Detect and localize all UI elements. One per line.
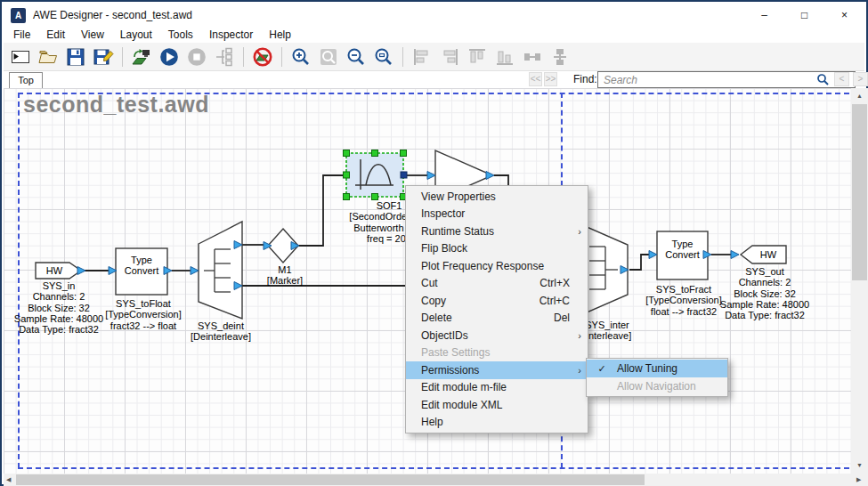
connect-vertical-icon[interactable] bbox=[549, 46, 571, 68]
vertical-scrollbar[interactable]: ▲ ▼ bbox=[851, 88, 868, 474]
connect-horizontal-icon[interactable] bbox=[522, 46, 543, 68]
menu-item-paste-settings: Paste Settings bbox=[406, 344, 588, 362]
menu-item-edit-module-xml[interactable]: Edit module XML bbox=[406, 396, 588, 414]
propagate-icon[interactable] bbox=[214, 46, 235, 68]
sys-deint-caption: SYS_deint [Deinterleave] bbox=[166, 320, 276, 343]
menu-layout[interactable]: Layout bbox=[112, 28, 160, 42]
title-bar: A AWE Designer - second_test.awd – □ × bbox=[4, 4, 864, 27]
submenu-item-allow-navigation: Allow Navigation bbox=[587, 377, 727, 395]
checkmark-icon: ✓ bbox=[587, 363, 617, 375]
menu-view[interactable]: View bbox=[73, 28, 112, 42]
align-bottom-icon[interactable] bbox=[494, 46, 515, 68]
menu-item-cut[interactable]: CutCtrl+X bbox=[406, 275, 588, 293]
submenu-arrow-icon: › bbox=[574, 226, 581, 237]
menu-item-view-properties[interactable]: View Properties bbox=[406, 188, 588, 206]
toolbar-separator bbox=[243, 47, 244, 67]
toolbar bbox=[4, 43, 864, 71]
disconnect-hardware-icon[interactable] bbox=[252, 46, 273, 68]
search-icon bbox=[816, 73, 829, 85]
scroll-right-icon[interactable]: ▶ bbox=[856, 476, 861, 483]
toolbar-separator bbox=[122, 47, 123, 67]
maximize-button[interactable]: □ bbox=[784, 4, 824, 27]
find-next-all-button[interactable]: >> bbox=[544, 72, 557, 86]
sys-out-caption: SYS_out Channels: 2 Block Size: 32 Sampl… bbox=[710, 266, 820, 320]
zoom-out-icon[interactable] bbox=[345, 46, 367, 68]
build-connect-icon[interactable] bbox=[131, 46, 152, 68]
menu-item-permissions[interactable]: Permissions› bbox=[406, 361, 588, 379]
scroll-left-icon[interactable]: ◀ bbox=[6, 476, 11, 483]
menu-file[interactable]: File bbox=[5, 28, 38, 42]
scroll-down-icon[interactable]: ▼ bbox=[851, 462, 868, 468]
run-icon[interactable] bbox=[158, 46, 180, 68]
menu-item-delete[interactable]: DeleteDel bbox=[406, 310, 588, 328]
zoom-fit-icon[interactable] bbox=[318, 46, 339, 68]
menu-item-flip-block[interactable]: Flip Block bbox=[406, 240, 588, 258]
scroll-up-icon[interactable]: ▲ bbox=[851, 93, 868, 99]
vertical-scroll-thumb[interactable] bbox=[852, 104, 867, 280]
sys-in-hw-label: HW bbox=[36, 265, 73, 276]
find-label: Find: bbox=[573, 73, 597, 85]
menu-item-plot-frequency-response[interactable]: Plot Frequency Response bbox=[406, 257, 588, 275]
submenu-arrow-icon: › bbox=[574, 365, 581, 376]
menu-item-edit-module-m-file[interactable]: Edit module m-file bbox=[406, 379, 588, 397]
horizontal-scrollbar[interactable]: ◀ ▶ bbox=[4, 474, 868, 486]
menu-bar: File Edit View Layout Tools Inspector He… bbox=[4, 27, 864, 43]
menu-item-runtime-status[interactable]: Runtime Status› bbox=[406, 223, 588, 240]
find-prev-all-button[interactable]: << bbox=[529, 72, 542, 86]
sys-to-fract-inner-label: Type Convert bbox=[657, 239, 708, 260]
m1-caption: M1 [Marker] bbox=[230, 264, 340, 287]
horizontal-scroll-thumb[interactable] bbox=[16, 474, 645, 485]
tab-top[interactable]: Top bbox=[9, 72, 43, 89]
save-icon[interactable] bbox=[65, 46, 86, 68]
align-right-icon[interactable] bbox=[439, 46, 460, 68]
block-sof1[interactable] bbox=[344, 150, 408, 200]
close-button[interactable]: × bbox=[824, 4, 864, 27]
app-icon: A bbox=[11, 8, 26, 23]
sof1-output-port[interactable] bbox=[401, 172, 407, 178]
stop-icon[interactable] bbox=[186, 46, 207, 68]
menu-edit[interactable]: Edit bbox=[38, 28, 73, 42]
app-window: A AWE Designer - second_test.awd – □ × F… bbox=[0, 0, 868, 486]
menu-item-inspector[interactable]: Inspector bbox=[406, 206, 588, 223]
menu-inspector[interactable]: Inspector bbox=[201, 28, 261, 42]
menu-tools[interactable]: Tools bbox=[160, 28, 201, 42]
permissions-submenu: ✓Allow Tuning Allow Navigation bbox=[586, 358, 728, 397]
submenu-item-allow-tuning[interactable]: ✓Allow Tuning bbox=[587, 360, 727, 377]
align-left-icon[interactable] bbox=[411, 46, 433, 68]
open-folder-icon[interactable] bbox=[37, 46, 59, 68]
zoom-in-icon[interactable] bbox=[290, 46, 312, 68]
sys-out-hw-label: HW bbox=[750, 249, 787, 260]
menu-item-copy[interactable]: CopyCtrl+C bbox=[406, 292, 588, 310]
find-next-button[interactable]: > bbox=[853, 72, 868, 86]
menu-item-help[interactable]: Help bbox=[406, 414, 588, 432]
toolbar-separator bbox=[281, 47, 282, 67]
menu-item-objectids[interactable]: ObjectIDs› bbox=[406, 327, 588, 344]
menu-help[interactable]: Help bbox=[261, 28, 299, 42]
new-design-icon[interactable] bbox=[10, 46, 31, 68]
sys-to-float-inner-label: Type Convert bbox=[116, 255, 167, 276]
save-as-icon[interactable] bbox=[93, 46, 114, 68]
align-top-icon[interactable] bbox=[466, 46, 488, 68]
minimize-button[interactable]: – bbox=[744, 4, 784, 27]
submenu-arrow-icon: › bbox=[574, 330, 581, 341]
toolbar-separator bbox=[402, 47, 403, 67]
context-menu: View Properties Inspector Runtime Status… bbox=[405, 185, 588, 433]
find-prev-button[interactable]: < bbox=[834, 72, 849, 86]
find-bar: Top << >> Find: < > bbox=[4, 71, 864, 88]
zoom-selection-icon[interactable] bbox=[373, 46, 394, 68]
window-title: AWE Designer - second_test.awd bbox=[33, 9, 192, 21]
